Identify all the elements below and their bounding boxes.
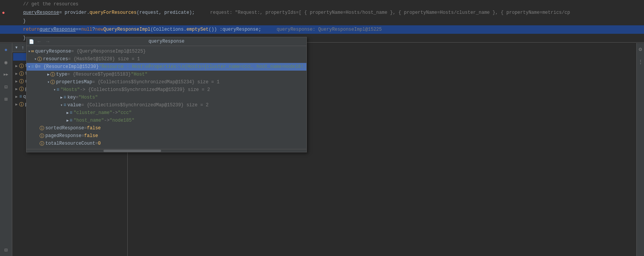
tree-row-pagedresponse[interactable]: ⓘ pagedResponse = false xyxy=(27,132,306,140)
tree-row-resources[interactable]: ▾ ⓘ resources = {HashSet@15228} size = 1 xyxy=(27,55,306,63)
kw-return: return xyxy=(23,27,40,32)
tree-row-value[interactable]: ▾ ≡ value = {Collections$SynchronizedMap… xyxy=(27,101,306,109)
icon-info-total: ⓘ xyxy=(40,140,44,147)
gutter-breakpoint: ● xyxy=(2,10,5,16)
left-sidebar: ● ◉ ▶▶ ⊡ ⊞ ⊟ xyxy=(0,43,12,256)
tooltip-nav-forward[interactable]: → xyxy=(44,38,51,45)
tree-row-propertiesmap[interactable]: ▾ ⓘ propertiesMap = {Collections$Synchro… xyxy=(27,78,306,86)
toolbar-dropdown[interactable]: ▾ xyxy=(14,44,19,51)
toolbar-up[interactable]: ↑ xyxy=(20,44,26,51)
icon-this: ⓘ xyxy=(19,63,24,69)
var-queryresponse: queryResponse xyxy=(23,10,59,15)
tree-row-cluster-name[interactable]: ▶ ≡ "cluster_name" -> "ccc" xyxy=(27,109,306,117)
icon-list-value: ≡ xyxy=(63,102,66,108)
tree-row-type[interactable]: ▶ ⓘ type = {Resource$Type@15183} "Host" xyxy=(27,71,306,78)
code-line-4: return queryResponse == null ? new Query… xyxy=(0,25,644,34)
tree-row-sortedresponse[interactable]: ⓘ sortedResponse = false xyxy=(27,124,306,132)
sidebar-icon-5[interactable]: ⊞ xyxy=(2,94,11,104)
sidebar-icon-4[interactable]: ⊡ xyxy=(2,82,11,91)
tree-row-host-name[interactable]: ▶ ≡ "host_name" -> "node185" xyxy=(27,117,306,124)
fn-queryforresources: queryForResources xyxy=(90,10,136,15)
tree-row-totalresourcecount[interactable]: ⓘ totalResourceCount = 0 xyxy=(27,140,306,147)
icon-queryresponse: ≡ xyxy=(19,94,22,99)
sidebar-icon-3[interactable]: ▶▶ xyxy=(2,70,11,79)
tree-row-0-resourceimpl[interactable]: ▾ ≡ 0 = {ResourceImpl@15230} "Resource :… xyxy=(27,63,306,71)
right-controls: ⚙ ⋮ xyxy=(636,43,644,256)
sidebar-icon-6[interactable]: ⊟ xyxy=(2,245,11,254)
icon-type: ⓘ xyxy=(19,71,24,77)
icon-info-resources: ⓘ xyxy=(37,56,42,63)
settings-icon[interactable]: ⚙ xyxy=(639,45,642,54)
tree-row-key[interactable]: ▶ ≡ key = "Hosts" xyxy=(27,94,306,101)
code-comment: // get the resources xyxy=(23,2,78,7)
tooltip-title: queryResponse xyxy=(148,39,185,44)
icon-provider: ⓘ xyxy=(19,101,24,108)
code-line-3: } xyxy=(0,17,644,25)
icon-info-propertiesmap: ⓘ xyxy=(50,79,55,86)
debug-hint-line2: request: "Request:, propertyIds=[ { prop… xyxy=(210,10,570,15)
icon-list-cluster: ≡ xyxy=(70,110,72,116)
sidebar-icon-2[interactable]: ◉ xyxy=(2,58,11,67)
var-queryresponse-3: queryResponse xyxy=(223,27,259,32)
code-line-2: ● queryResponse = provider. queryForReso… xyxy=(0,8,644,17)
tooltip-scrollbar-thumb xyxy=(103,150,161,152)
icon-list-0: ≡ xyxy=(31,64,34,69)
fn-emptyset: emptySet xyxy=(186,27,209,32)
debug-hint-line4: queryResponse: QueryResponseImpl@15225 xyxy=(276,27,382,32)
icon-info-sorted: ⓘ xyxy=(40,125,44,132)
icon-list-key: ≡ xyxy=(63,95,66,100)
tooltip-header: 📄 ← → queryResponse xyxy=(27,37,306,46)
var-queryresponse-2: queryResponse xyxy=(40,27,76,32)
code-line-1: // get the resources xyxy=(0,0,644,8)
debug-tooltip: 📄 ← → queryResponse ▾ ∞ queryResponse = … xyxy=(26,37,307,152)
tree-row-hosts-map[interactable]: ▾ ≡ "Hosts" -> {Collections$Synchronized… xyxy=(27,86,306,94)
tooltip-scrollbar[interactable] xyxy=(27,149,306,152)
fn-queryresponseimpl: QueryResponseImpl xyxy=(103,27,150,32)
tooltip-nav-back[interactable]: ← xyxy=(36,38,43,45)
tooltip-file-icon: 📄 xyxy=(29,39,34,44)
icon-info-paged: ⓘ xyxy=(40,133,44,139)
tooltip-nav: 📄 ← → xyxy=(29,38,51,45)
icon-list-hosts: ≡ xyxy=(57,87,59,92)
code-editor: // get the resources ● queryResponse = p… xyxy=(0,0,644,42)
icon-list-host: ≡ xyxy=(70,118,72,123)
tree-row-queryresponse[interactable]: ▾ ∞ queryResponse = {QueryResponseImpl@1… xyxy=(27,48,306,55)
kw-null: null xyxy=(81,27,92,32)
icon-infinity: ∞ xyxy=(31,49,34,54)
icon-info-type: ⓘ xyxy=(50,71,55,78)
more-icon[interactable]: ⋮ xyxy=(638,57,643,67)
sidebar-icon-1[interactable]: ● xyxy=(2,45,11,55)
kw-new: new xyxy=(95,27,103,32)
icon-predicate: ⓘ xyxy=(19,86,24,92)
tooltip-tree: ▾ ∞ queryResponse = {QueryResponseImpl@1… xyxy=(27,46,306,149)
icon-request: ⓘ xyxy=(19,78,24,85)
